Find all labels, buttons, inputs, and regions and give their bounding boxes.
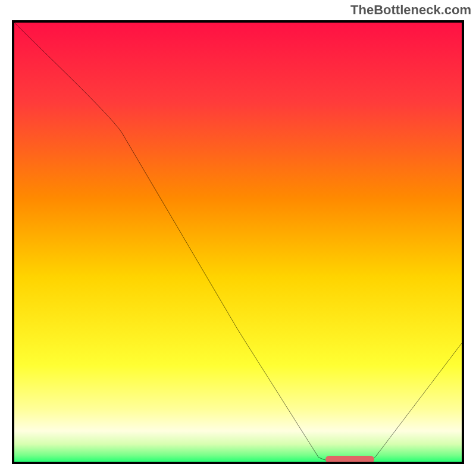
plot-area [12,20,464,464]
watermark-text: TheBottleneck.com [350,2,471,18]
bottleneck-curve [14,23,462,462]
curve-path [14,23,462,462]
optimal-range-marker [325,456,375,463]
chart-container: TheBottleneck.com [0,0,476,476]
